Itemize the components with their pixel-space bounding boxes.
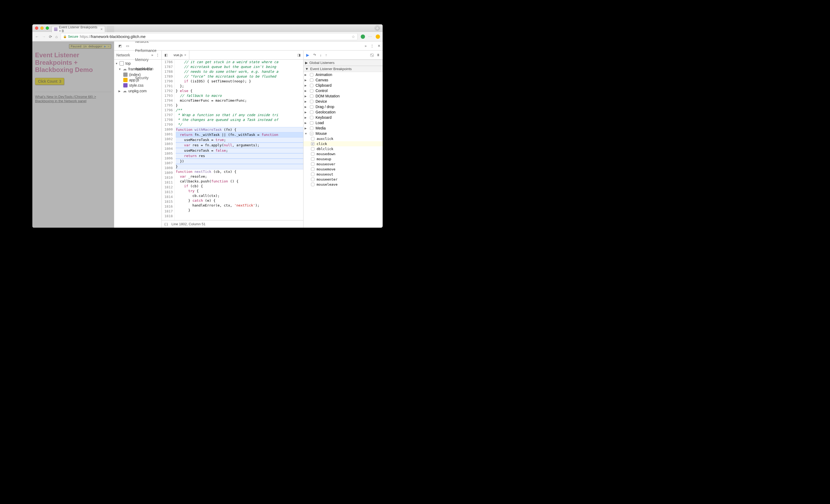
section-header[interactable]: ▶Global Listeners: [304, 60, 383, 66]
breakpoint-event[interactable]: auxclick: [304, 136, 383, 141]
devtools-panel: ◩ ▭ ElementsConsoleSourcesNetworkPerform…: [114, 41, 383, 228]
extension-icon[interactable]: [376, 34, 380, 39]
breakpoint-event[interactable]: mouseenter: [304, 177, 383, 182]
toggle-debugger-icon[interactable]: ◨: [296, 53, 301, 57]
pause-exceptions-icon[interactable]: ⏸: [377, 53, 380, 57]
breakpoint-category[interactable]: ▶Device: [304, 99, 383, 104]
devtools-close-icon[interactable]: ✕: [378, 44, 381, 48]
breakpoint-category[interactable]: ▶Load: [304, 120, 383, 125]
back-icon[interactable]: ←: [35, 34, 39, 39]
bookmark-star-icon[interactable]: ☆: [352, 34, 355, 39]
breakpoint-category[interactable]: ▶Drag / drop: [304, 104, 383, 109]
checkbox[interactable]: [311, 157, 315, 161]
cloud-icon: ☁: [123, 67, 127, 71]
checkbox[interactable]: [310, 105, 313, 108]
checkbox[interactable]: [310, 89, 313, 93]
breakpoint-category[interactable]: ▶Clipboard: [304, 83, 383, 88]
checkbox[interactable]: [310, 73, 313, 76]
profile-avatar-icon[interactable]: ◯: [375, 25, 380, 31]
cursor-position: Line 1802, Column 51: [171, 222, 205, 226]
address-bar[interactable]: 🔒Secure https://framework-blackboxing.gl…: [61, 33, 357, 40]
step-into-icon[interactable]: ↓: [320, 53, 322, 57]
reload-icon[interactable]: ⟳: [49, 34, 52, 39]
minimize-window-icon[interactable]: [40, 27, 43, 30]
breakpoint-event[interactable]: mouseover: [304, 162, 383, 167]
secure-indicator[interactable]: 🔒Secure: [63, 35, 78, 38]
breakpoint-event[interactable]: mousedown: [304, 151, 383, 157]
code-content: // it can get stuck in a weird state whe…: [174, 60, 303, 220]
checkbox[interactable]: [310, 78, 313, 82]
checkbox[interactable]: [311, 162, 315, 166]
breakpoint-event[interactable]: mousemove: [304, 167, 383, 172]
navigator-tab[interactable]: Network: [116, 53, 130, 57]
content-area: Paused in debugger ▶ ↷ Event Listener Br…: [32, 41, 383, 228]
breakpoint-category[interactable]: ▶Geolocation: [304, 109, 383, 115]
tree-file[interactable]: app.js: [115, 77, 161, 83]
tree-row[interactable]: ▶☁unpkg.com: [115, 88, 161, 94]
rendered-page: Paused in debugger ▶ ↷ Event Listener Br…: [32, 41, 114, 228]
extension-icon[interactable]: ⋯: [368, 34, 373, 39]
navigator-menu-icon[interactable]: ⋮: [156, 53, 159, 57]
breakpoint-category[interactable]: ▶DOM Mutation: [304, 93, 383, 99]
devtools-tab[interactable]: Network: [131, 41, 160, 46]
favicon-icon: [54, 27, 58, 31]
tree-row[interactable]: ▼top: [115, 61, 161, 66]
more-tabs-icon[interactable]: »: [365, 44, 366, 48]
checkbox[interactable]: [311, 137, 315, 140]
inspect-element-icon[interactable]: ◩: [116, 44, 124, 48]
breakpoint-event[interactable]: click: [304, 141, 383, 146]
toggle-navigator-icon[interactable]: ◧: [163, 53, 169, 57]
tree-file[interactable]: style.css: [115, 83, 161, 88]
pretty-print-icon[interactable]: { }: [164, 222, 168, 226]
extension-icon[interactable]: [361, 34, 365, 39]
checkbox[interactable]: [311, 167, 315, 171]
device-toolbar-icon[interactable]: ▭: [124, 44, 131, 48]
home-icon[interactable]: ⌂: [55, 34, 58, 39]
breakpoint-event[interactable]: dblclick: [304, 146, 383, 151]
checkbox[interactable]: [311, 172, 315, 176]
breakpoint-event[interactable]: mouseup: [304, 157, 383, 162]
checkbox[interactable]: [310, 127, 313, 130]
devtools-menu-icon[interactable]: ⋮: [370, 44, 374, 48]
checkbox[interactable]: [310, 100, 313, 103]
breakpoint-category[interactable]: ▶Animation: [304, 72, 383, 77]
breakpoint-category[interactable]: ▼Mouse: [304, 131, 383, 136]
breakpoint-category[interactable]: ▶Control: [304, 88, 383, 93]
breakpoint-event[interactable]: mouseleave: [304, 182, 383, 187]
tab-close-icon[interactable]: ×: [100, 27, 103, 31]
line-gutter: 1786178717881789179017911792179317941795…: [162, 60, 174, 220]
editor-statusbar: { } Line 1802, Column 51: [162, 220, 303, 228]
section-header[interactable]: ▼Event Listener Breakpoints: [304, 66, 383, 72]
editor-tab[interactable]: vue.js ×: [171, 51, 189, 60]
breakpoint-category[interactable]: ▶Keyboard: [304, 115, 383, 120]
code-area[interactable]: 1786178717881789179017911792179317941795…: [162, 60, 303, 220]
browser-tab[interactable]: Event Listener Breakpoints + B ×: [52, 26, 105, 32]
tree-row[interactable]: ▼☁framework-bla: [115, 66, 161, 72]
checkbox[interactable]: [311, 142, 315, 146]
new-tab-button[interactable]: [107, 26, 114, 32]
navigator-more-icon[interactable]: »: [151, 53, 153, 57]
checkbox[interactable]: [310, 116, 313, 119]
checkbox[interactable]: [310, 84, 313, 87]
breakpoint-category[interactable]: ▶Media: [304, 125, 383, 131]
checkbox[interactable]: [311, 147, 315, 151]
step-out-icon[interactable]: ↑: [325, 53, 327, 57]
checkbox[interactable]: [311, 183, 315, 186]
close-tab-icon[interactable]: ×: [184, 53, 186, 57]
checkbox[interactable]: [311, 178, 315, 181]
step-over-icon[interactable]: ↷: [313, 53, 316, 57]
checkbox[interactable]: [310, 94, 313, 98]
resume-icon[interactable]: ▶: [306, 53, 309, 58]
checkbox[interactable]: [310, 121, 313, 125]
breakpoint-category[interactable]: ▶Canvas: [304, 77, 383, 83]
breakpoint-event[interactable]: mouseout: [304, 172, 383, 177]
devtools-tabbar: ◩ ▭ ElementsConsoleSourcesNetworkPerform…: [114, 41, 383, 51]
checkbox[interactable]: [311, 152, 315, 156]
cloud-icon: ☁: [123, 89, 127, 93]
tree-file[interactable]: (index): [115, 72, 161, 77]
checkbox[interactable]: [310, 111, 313, 114]
close-window-icon[interactable]: [35, 27, 38, 30]
breakpoint-list: ▶Animation▶Canvas▶Clipboard▶Control▶DOM …: [304, 72, 383, 187]
zoom-window-icon[interactable]: [46, 27, 49, 30]
checkbox[interactable]: [310, 132, 313, 135]
